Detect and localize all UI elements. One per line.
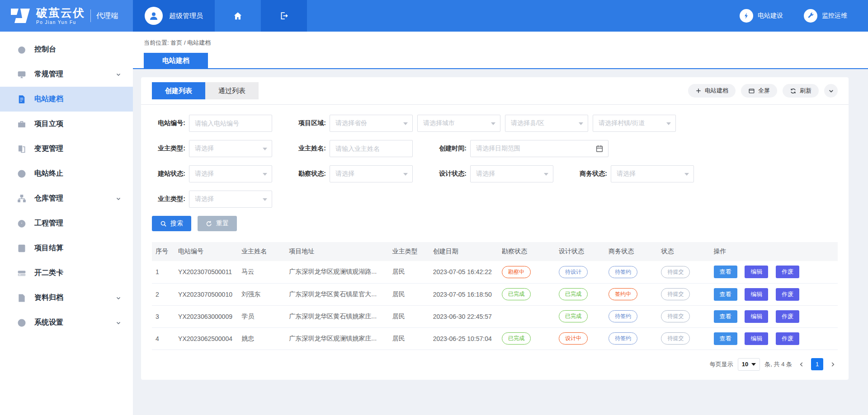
sidebar-item-type2-card[interactable]: 开二类卡 — [0, 261, 133, 285]
page-tab-row: 电站建档 — [133, 53, 868, 69]
sidebar-item-warehouse-management[interactable]: 仓库管理 — [0, 186, 133, 211]
breadcrumb-prefix: 当前位置: — [144, 39, 169, 46]
design-status-select[interactable]: 请选择 — [470, 165, 553, 182]
document-icon — [17, 95, 26, 104]
search-button[interactable]: 搜索 — [152, 216, 191, 231]
chevron-down-icon — [116, 196, 121, 201]
sidebar-item-engineering-management[interactable]: 工程管理 — [0, 211, 133, 236]
prev-page-button[interactable] — [797, 361, 807, 368]
logo-title: 破茧云伏 — [36, 7, 85, 19]
void-button[interactable]: 作废 — [776, 332, 799, 345]
filter-label-owner-type: 业主类型: — [152, 145, 185, 153]
sidebar-item-change-management[interactable]: 变更管理 — [0, 136, 133, 161]
col-header-design: 设计状态 — [555, 242, 605, 261]
survey-status-select[interactable]: 请选择 — [330, 165, 413, 182]
tab-passed-list[interactable]: 通过列表 — [205, 82, 259, 99]
next-page-button[interactable] — [828, 361, 838, 368]
calendar-icon — [595, 145, 604, 153]
edit-button[interactable]: 编辑 — [745, 310, 768, 323]
town-select[interactable]: 请选择村镇/街道 — [593, 115, 676, 132]
design-status-badge: 已完成 — [559, 288, 588, 300]
view-button[interactable]: 查看 — [714, 310, 737, 323]
reset-button[interactable]: 重置 — [198, 216, 237, 231]
chevron-down-icon — [116, 72, 121, 77]
build-status-select[interactable]: 请选择 — [189, 165, 272, 182]
chevron-down-icon — [684, 173, 689, 176]
filter-label-build-status: 建站状态: — [152, 170, 185, 178]
station-filing-panel: 创建列表 通过列表 电站建档 全屏 — [141, 77, 849, 380]
per-page-select[interactable]: 10 — [738, 358, 760, 371]
table-header-row: 序号 电站编号 业主姓名 项目地址 业主类型 创建日期 勘察状态 设计状态 商务… — [152, 242, 838, 261]
logout-button[interactable] — [261, 0, 307, 32]
copy-icon — [17, 145, 26, 154]
gauge-icon — [17, 219, 26, 228]
collapse-button[interactable] — [824, 84, 838, 98]
refresh-button[interactable]: 刷新 — [783, 84, 819, 98]
logo[interactable]: 破茧云伏 Po Jian Yun Fu 代理端 — [0, 0, 133, 32]
view-button[interactable]: 查看 — [714, 332, 737, 345]
status-badge: 待提交 — [661, 288, 690, 300]
edit-button[interactable]: 编辑 — [745, 288, 768, 301]
user-icon — [148, 10, 159, 21]
main-area: 当前位置: 首页 / 电站建档 电站建档 创建列表 通过列表 — [133, 32, 868, 415]
add-station-button[interactable]: 电站建档 — [688, 84, 736, 98]
col-header-owner: 业主姓名 — [238, 242, 285, 261]
station-no-input[interactable] — [189, 115, 272, 132]
business-status-badge: 签约中 — [609, 288, 637, 300]
fullscreen-button[interactable]: 全屏 — [741, 84, 777, 98]
logout-icon — [279, 11, 289, 21]
portal-label: 代理端 — [96, 11, 118, 21]
sidebar-item-data-archive[interactable]: 资料归档 — [0, 285, 133, 310]
county-select[interactable]: 请选择县/区 — [505, 115, 588, 132]
page-1-button[interactable]: 1 — [811, 358, 823, 370]
monitor-icon — [17, 70, 26, 79]
business-status-select[interactable]: 请选择 — [611, 165, 694, 182]
filter-form: 电站编号: 项目区域: 请选择省份 请选择城市 — [152, 105, 838, 231]
logo-divider — [90, 9, 91, 22]
filter-label-business-status: 商务状态: — [574, 170, 607, 178]
owner-type-select-2[interactable]: 请选择 — [189, 191, 272, 208]
void-button[interactable]: 作废 — [776, 266, 799, 278]
user-menu[interactable]: 超级管理员 — [133, 0, 215, 32]
topbar: 破茧云伏 Po Jian Yun Fu 代理端 超级管理员 电站建 — [0, 0, 868, 32]
sidebar-item-project-initiation[interactable]: 项目立项 — [0, 112, 133, 136]
sitemap-icon — [17, 194, 26, 203]
status-badge: 待提交 — [661, 332, 690, 345]
top-link-label: 监控运维 — [822, 12, 847, 20]
col-header-station-no: 电站编号 — [175, 242, 238, 261]
chevron-down-icon — [403, 173, 408, 176]
reset-icon — [206, 220, 212, 227]
breadcrumb-separator: / — [184, 39, 186, 46]
date-range-picker[interactable]: 请选择日期范围 — [470, 140, 609, 157]
void-button[interactable]: 作废 — [776, 288, 799, 301]
home-button[interactable] — [215, 0, 261, 32]
tab-create-list[interactable]: 创建列表 — [152, 82, 205, 99]
city-select[interactable]: 请选择城市 — [417, 115, 500, 132]
filter-label-station-no: 电站编号: — [152, 119, 185, 127]
business-status-badge: 待签约 — [609, 332, 637, 345]
top-link-construction[interactable]: 电站建设 — [740, 0, 783, 32]
logo-icon — [10, 7, 31, 24]
bolt-icon — [740, 9, 753, 23]
owner-type-select[interactable]: 请选择 — [189, 140, 272, 157]
card-icon — [17, 269, 26, 278]
status-badge: 待提交 — [661, 310, 690, 322]
sidebar-item-station-termination[interactable]: 电站终止 — [0, 161, 133, 186]
view-button[interactable]: 查看 — [714, 288, 737, 301]
chevron-down-icon — [263, 173, 267, 176]
edit-button[interactable]: 编辑 — [745, 266, 768, 278]
province-select[interactable]: 请选择省份 — [330, 115, 413, 132]
edit-button[interactable]: 编辑 — [745, 332, 768, 345]
view-button[interactable]: 查看 — [714, 266, 737, 278]
sidebar-item-system-settings[interactable]: 系统设置 — [0, 310, 133, 335]
sidebar-item-project-settlement[interactable]: 项目结算 — [0, 236, 133, 261]
top-link-ops[interactable]: 监控运维 — [804, 0, 847, 32]
page-tab-station-filing[interactable]: 电站建档 — [144, 53, 208, 68]
breadcrumb-home[interactable]: 首页 — [170, 39, 182, 46]
sidebar-item-station-filing[interactable]: 电站建档 — [0, 87, 133, 112]
owner-name-input[interactable] — [330, 140, 413, 157]
sidebar-item-console[interactable]: 控制台 — [0, 37, 133, 62]
void-button[interactable]: 作废 — [776, 310, 799, 323]
sidebar-item-general-management[interactable]: 常规管理 — [0, 62, 133, 87]
col-header-survey: 勘察状态 — [498, 242, 555, 261]
